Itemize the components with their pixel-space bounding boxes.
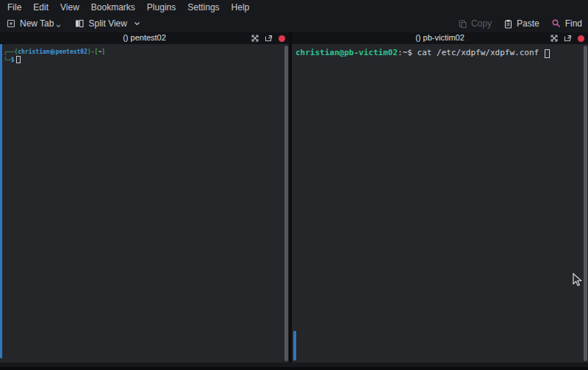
paste-button[interactable]: Paste — [503, 18, 539, 29]
prompt-at-symbol: ㉿ — [50, 49, 56, 55]
split-view-icon — [74, 18, 85, 29]
close-pane-button[interactable] — [578, 35, 584, 42]
menu-bar: File Edit View Bookmarks Plugins Setting… — [0, 0, 588, 15]
prompt-user: christian — [18, 49, 49, 55]
prompt-host: pentest02 — [56, 49, 87, 55]
menu-view[interactable]: View — [54, 2, 85, 13]
mouse-cursor — [573, 273, 583, 288]
menu-plugins[interactable]: Plugins — [141, 2, 182, 13]
maximize-pane-icon[interactable] — [551, 35, 558, 42]
scrolled-lines-indicator — [293, 331, 296, 360]
prompt-line-1: ┌──(christian㉿pentest02)-[~] — [4, 48, 289, 56]
chevron-down-icon — [56, 24, 61, 28]
split-container: () pentest02 ┌──(christian㉿pentest02)-[~… — [0, 32, 588, 363]
maximize-pane-icon[interactable] — [251, 35, 259, 42]
menu-settings[interactable]: Settings — [182, 2, 225, 13]
copy-button[interactable]: Copy — [458, 18, 492, 29]
konsole-window: File Edit View Bookmarks Plugins Setting… — [0, 0, 588, 370]
find-label: Find — [565, 18, 582, 29]
copy-icon — [458, 19, 467, 29]
menu-edit[interactable]: Edit — [27, 2, 54, 13]
prompt-dollar: $ — [407, 48, 417, 57]
scrollbar[interactable] — [584, 46, 587, 361]
terminal-pb-victim02[interactable]: christian@pb-victim02:~$ cat /etc/xdpfw/… — [292, 44, 588, 363]
prompt-user-host: christian@pb-victim02 — [295, 48, 398, 57]
close-pane-button[interactable] — [279, 35, 285, 42]
paste-label: Paste — [517, 18, 539, 29]
detach-pane-icon[interactable] — [265, 35, 273, 42]
prompt-open: ┌──( — [4, 49, 18, 55]
split-view-label: Split View — [88, 18, 126, 29]
split-view-button[interactable]: Split View — [74, 18, 140, 29]
menu-help[interactable]: Help — [226, 2, 256, 13]
pane-header-pb-victim02[interactable]: () pb-victim02 — [292, 32, 588, 44]
prompt-line-2: └─$ — [4, 56, 289, 64]
detach-pane-icon[interactable] — [564, 35, 572, 42]
pane-title: () pentest02 — [0, 33, 289, 42]
new-tab-button[interactable]: New Tab — [6, 18, 61, 29]
pane-title: () pb-victim02 — [292, 33, 588, 42]
chevron-down-icon — [134, 21, 140, 26]
new-tab-icon — [6, 18, 16, 29]
prompt-mid: )-[ — [87, 49, 98, 55]
copy-label: Copy — [471, 18, 492, 29]
menu-bookmarks[interactable]: Bookmarks — [85, 2, 141, 13]
pane-pentest02: () pentest02 ┌──(christian㉿pentest02)-[~… — [0, 32, 289, 363]
command-text: cat /etc/xdpfw/xdpfw.conf — [417, 48, 544, 57]
prompt-dollar: $ — [11, 57, 15, 63]
scrollbar[interactable] — [284, 46, 288, 361]
prompt-colon: : — [398, 48, 403, 57]
terminal-cursor — [16, 56, 21, 63]
find-icon — [551, 18, 562, 29]
terminal-cursor — [545, 49, 550, 58]
new-tab-label: New Tab — [20, 18, 54, 29]
menu-file[interactable]: File — [1, 2, 27, 13]
paste-icon — [503, 19, 513, 29]
focus-indicator — [0, 44, 2, 358]
pane-pb-victim02: () pb-victim02 christian@pb-victim02:~$ … — [292, 32, 588, 363]
prompt-line: christian@pb-victim02:~$ cat /etc/xdpfw/… — [295, 48, 588, 58]
prompt-close: ] — [101, 49, 105, 55]
window-bottom-edge — [0, 367, 588, 370]
prompt-corner: └─ — [4, 57, 11, 63]
toolbar: New Tab Split View — [0, 15, 588, 32]
pane-header-pentest02[interactable]: () pentest02 — [0, 32, 289, 44]
find-button[interactable]: Find — [551, 18, 582, 29]
terminal-pentest02[interactable]: ┌──(christian㉿pentest02)-[~] └─$ — [0, 44, 289, 363]
